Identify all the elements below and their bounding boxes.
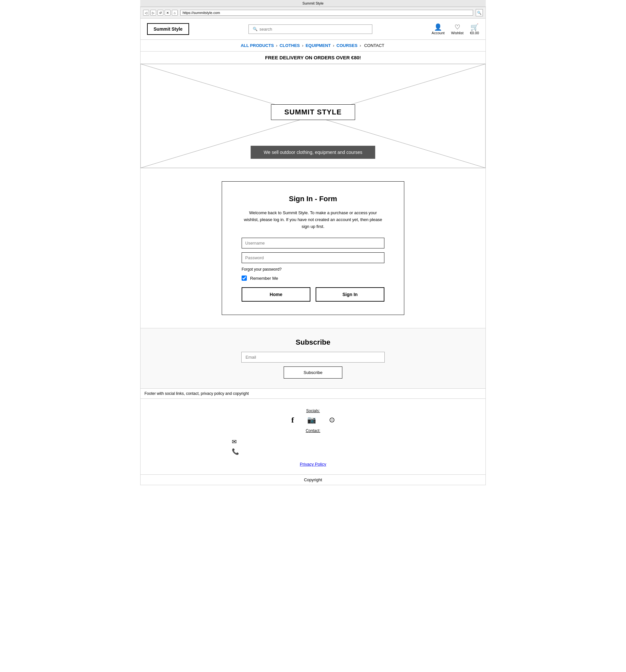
home-button[interactable]: ⌂ (172, 10, 178, 16)
nav-equipment[interactable]: EQUIPMENT (306, 43, 331, 48)
account-icon: 👤 (434, 23, 442, 31)
back-button[interactable]: ◁ (143, 10, 149, 16)
browser-title-bar: Summit Style (140, 0, 486, 7)
wishlist-icon: ♡ (455, 23, 460, 31)
signin-button[interactable]: Sign In (316, 287, 384, 302)
forward-button[interactable]: ▷ (150, 10, 156, 16)
nav-sep-3: › (333, 43, 334, 48)
home-button[interactable]: Home (242, 287, 310, 302)
wishlist-icon-group[interactable]: ♡ Wishlist (451, 23, 464, 35)
remember-row: Remember Me (242, 275, 384, 281)
wishlist-label: Wishlist (451, 31, 464, 35)
nav-all-products[interactable]: ALL PRODUCTS (241, 43, 274, 48)
footer-contact-icons: ✉ 📞 (147, 438, 479, 455)
privacy-policy-link[interactable]: Privacy Policy (300, 462, 327, 466)
nav-courses[interactable]: COURSES (336, 43, 357, 48)
nav-sep-2: › (302, 43, 303, 48)
refresh-button[interactable]: ↺ (158, 10, 163, 16)
nav-sep-1: › (276, 43, 277, 48)
signin-box: Sign In - Form Welcome back to Summit St… (222, 181, 404, 315)
search-icon: 🔍 (253, 27, 258, 31)
search-bar: 🔍 (248, 24, 372, 34)
stop-button[interactable]: ✕ (165, 10, 170, 16)
browser-nav-bar: ◁ ▷ ↺ ✕ ⌂ 🔍 (140, 7, 486, 19)
site-header: Summit Style 🔍 👤 Account ♡ Wishlist 🛒 €0… (140, 19, 486, 40)
browser-search-button[interactable]: 🔍 (476, 9, 483, 16)
footer-note-text: Footer with social links, contact, priva… (144, 391, 249, 396)
signin-heading: Sign In - Form (242, 195, 384, 203)
header-icons: 👤 Account ♡ Wishlist 🛒 €0.00 (432, 23, 479, 35)
github-icon[interactable]: ⊙ (329, 416, 335, 425)
nav-clothes[interactable]: CLOTHES (280, 43, 299, 48)
account-icon-group[interactable]: 👤 Account (432, 23, 445, 35)
social-icons-row: f 📷 ⊙ (147, 416, 479, 425)
delivery-text: FREE DELIVERY ON ORDERS OVER €80! (265, 55, 361, 60)
search-input[interactable] (260, 27, 368, 32)
footer-note: Footer with social links, contact, priva… (140, 389, 486, 399)
signin-welcome: Welcome back to Summit Style. To make a … (242, 210, 384, 230)
subscribe-heading: Subscribe (147, 338, 479, 346)
cart-label: €0.00 (470, 31, 479, 35)
delivery-banner: FREE DELIVERY ON ORDERS OVER €80! (140, 51, 486, 64)
page-title: Summit Style (303, 1, 324, 5)
subscribe-section: Subscribe Subscribe (140, 328, 486, 389)
cart-icon-group[interactable]: 🛒 €0.00 (470, 23, 479, 35)
footer-privacy: Privacy Policy (147, 462, 479, 466)
facebook-icon[interactable]: f (291, 416, 294, 425)
nav-contact: CONTACT (364, 43, 384, 48)
subscribe-button[interactable]: Subscribe (284, 366, 342, 379)
subscribe-email-input[interactable] (241, 352, 385, 363)
address-bar[interactable] (180, 10, 473, 16)
instagram-icon[interactable]: 📷 (307, 416, 316, 425)
remember-label: Remember Me (250, 276, 278, 281)
nav-sep-4: › (360, 43, 361, 48)
hero-section: SUMMIT STYLE We sell outdoor clothing, e… (140, 64, 486, 168)
email-icon: ✉ (232, 438, 237, 446)
site-nav: ALL PRODUCTS › CLOTHES › EQUIPMENT › COU… (140, 40, 486, 51)
remember-checkbox[interactable] (242, 275, 247, 281)
copyright-text: Copyright (304, 477, 322, 482)
signin-section: Sign In - Form Welcome back to Summit St… (140, 168, 486, 328)
nav-buttons: ◁ ▷ ↺ ✕ ⌂ (143, 10, 178, 16)
contact-label: Contact: (147, 428, 479, 433)
socials-label: Socials: (147, 409, 479, 413)
account-label: Account (432, 31, 445, 35)
password-input[interactable] (242, 253, 384, 263)
username-input[interactable] (242, 238, 384, 248)
form-buttons: Home Sign In (242, 287, 384, 302)
forgot-password-link[interactable]: Forgot your password? (242, 267, 384, 271)
logo-button[interactable]: Summit Style (147, 23, 189, 35)
footer-main: Socials: f 📷 ⊙ Contact: ✉ 📞 Privacy Poli… (140, 399, 486, 475)
hero-title: SUMMIT STYLE (271, 104, 355, 120)
phone-icon: 📞 (232, 448, 239, 455)
cart-icon: 🛒 (471, 23, 479, 31)
footer-socials: Socials: f 📷 ⊙ Contact: (147, 409, 479, 433)
hero-subtitle: We sell outdoor clothing, equipment and … (251, 146, 375, 159)
footer-copyright: Copyright (140, 475, 486, 485)
